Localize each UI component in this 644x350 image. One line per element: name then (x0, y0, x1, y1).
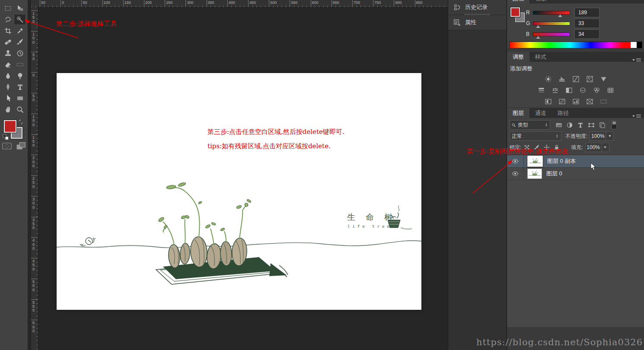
fill-dropdown-arrow[interactable] (602, 143, 609, 152)
posterize-button[interactable] (557, 97, 567, 106)
black-white-button[interactable] (564, 86, 574, 95)
fill-value[interactable]: 100% (585, 143, 602, 152)
color-panel: 颜色 色板 R 189 G 33 B (507, 0, 644, 48)
fill-label: 填充: (571, 144, 583, 151)
panel-foreground-swatch[interactable] (510, 7, 520, 17)
default-colors-icon[interactable] (3, 134, 9, 140)
color-lookup-button[interactable] (605, 86, 616, 95)
spectrum-gradient[interactable] (510, 42, 631, 48)
channel-b-value[interactable]: 34 (574, 29, 599, 39)
zoom-icon (16, 106, 24, 113)
channel-g-slider-thumb[interactable] (536, 25, 540, 28)
tab-adjustments[interactable]: 调整 (507, 52, 529, 62)
crop-icon (4, 27, 12, 35)
hand-tool[interactable] (2, 104, 14, 115)
blur-tool[interactable] (2, 70, 14, 81)
quick-mask-button[interactable] (2, 143, 12, 150)
spot-healing-brush-tool[interactable] (2, 36, 14, 48)
exposure-button[interactable] (584, 75, 595, 83)
channel-b-slider[interactable] (533, 32, 570, 36)
tab-layers[interactable]: 图层 (507, 108, 529, 118)
layers-panel-menu-icon[interactable] (632, 115, 644, 118)
opacity-value[interactable]: 100% (590, 131, 606, 141)
channel-g-slider[interactable] (533, 22, 570, 25)
color-balance-icon (551, 87, 559, 94)
crop-tool[interactable] (2, 25, 14, 36)
dock-drag-handle[interactable] (465, 14, 491, 15)
hue-saturation-button[interactable] (536, 86, 547, 95)
type-tool[interactable] (14, 81, 26, 92)
rectangle-shape-tool[interactable] (14, 92, 26, 104)
shape-layer-filter-icon[interactable] (588, 122, 595, 128)
document-window: 5005010015020025030035040045050055060065… (28, 0, 448, 350)
annotation-arrow-to-layer (470, 158, 515, 195)
path-selection-tool[interactable] (2, 92, 14, 104)
tab-color[interactable]: 颜色 (507, 0, 529, 3)
blend-mode-dropdown[interactable]: 正常 (510, 131, 561, 141)
gradient-map-button[interactable] (598, 97, 609, 106)
gradient-tool[interactable] (14, 59, 26, 70)
eraser-tool[interactable] (2, 59, 14, 70)
layer-filter-type-dropdown[interactable]: 类型 (510, 120, 550, 130)
channel-r-label: R (526, 10, 533, 16)
layer-row-copy[interactable]: 图层 0 副本 (507, 155, 644, 168)
swap-colors-icon[interactable] (18, 119, 24, 125)
channel-r-slider[interactable] (533, 11, 570, 15)
vibrance-button[interactable] (598, 75, 609, 83)
layer-thumbnail[interactable] (527, 156, 543, 167)
channel-r-value[interactable]: 189 (574, 8, 599, 17)
color-spectrum-ramp[interactable] (509, 41, 642, 48)
clone-stamp-tool[interactable] (2, 48, 14, 59)
photo-filter-button[interactable] (577, 86, 588, 95)
smart-object-filter-icon[interactable] (599, 122, 606, 128)
color-balance-button[interactable] (550, 86, 561, 95)
brightness-contrast-button[interactable] (543, 75, 554, 83)
layer-name[interactable]: 图层 0 副本 (547, 157, 576, 165)
channel-mixer-button[interactable] (591, 86, 602, 95)
opacity-dropdown-arrow[interactable] (606, 131, 614, 141)
rectangular-marquee-tool[interactable] (2, 3, 14, 14)
channel-b-slider-thumb[interactable] (536, 36, 540, 39)
layer-row-original[interactable]: 图层 0 (507, 168, 644, 180)
foreground-color-swatch[interactable] (4, 120, 16, 133)
channel-g-value[interactable]: 33 (574, 19, 599, 28)
dodge-tool[interactable] (14, 70, 26, 81)
invert-button[interactable] (543, 97, 554, 106)
zoom-tool[interactable] (14, 104, 26, 115)
layers-list: 图层 0 副本 图层 0 (507, 155, 644, 327)
properties-panel-label: 属性 (465, 19, 476, 26)
pen-tool[interactable] (2, 81, 14, 92)
screen-mode-button[interactable] (16, 142, 26, 150)
eraser-icon (4, 61, 12, 68)
spectrum-white-swatch[interactable] (631, 42, 637, 48)
history-brush-tool[interactable] (14, 48, 26, 59)
logo-en-text: life tree (348, 224, 392, 229)
channel-r-slider-thumb[interactable] (558, 14, 562, 17)
levels-button[interactable] (557, 75, 567, 83)
adjustments-body: 添加调整 (507, 62, 644, 107)
lasso-tool[interactable] (2, 14, 14, 25)
layer-name[interactable]: 图层 0 (546, 170, 562, 178)
properties-panel-button[interactable]: 属性 (448, 15, 507, 30)
tab-swatches[interactable]: 色板 (529, 0, 552, 3)
layer-thumbnail[interactable] (527, 169, 542, 179)
tab-channels[interactable]: 通道 (529, 108, 552, 118)
curves-button[interactable] (571, 75, 581, 83)
adjustments-panel-menu-icon[interactable] (632, 58, 644, 62)
photo-filter-icon (579, 87, 587, 94)
type-layer-filter-icon[interactable] (577, 122, 584, 128)
tab-styles[interactable]: 样式 (529, 52, 552, 62)
adjustment-layer-filter-icon[interactable] (566, 122, 573, 128)
selective-color-button[interactable] (584, 97, 595, 106)
threshold-button[interactable] (571, 97, 581, 106)
layer-filter-toggle[interactable] (612, 121, 617, 129)
color-panel-body: R 189 G 33 B 34 (507, 3, 644, 48)
lasso-icon (4, 16, 12, 23)
pixel-layer-filter-icon[interactable] (555, 122, 562, 128)
move-tool[interactable] (14, 3, 26, 14)
history-panel-button[interactable]: 历史记录 (448, 0, 507, 15)
spectrum-black-swatch[interactable] (637, 42, 642, 48)
add-adjustment-label: 添加调整 (507, 62, 644, 73)
canvas[interactable]: 生 命 树 life tree 第三步:点击任意空白区域,然后按delete键即… (57, 73, 421, 310)
tab-paths[interactable]: 路径 (552, 108, 574, 118)
